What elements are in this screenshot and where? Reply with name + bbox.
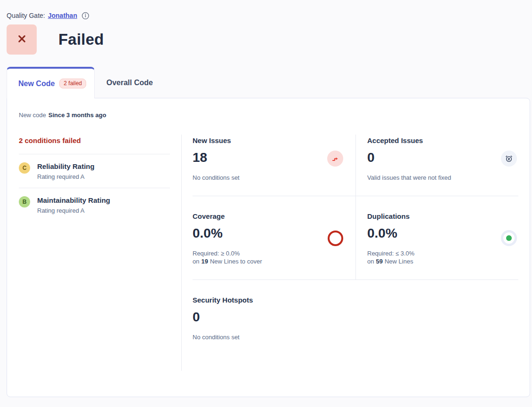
duplications-required-text: Required: ≤ 3.0% [367, 249, 414, 257]
duplication-density-icon [501, 230, 517, 246]
security-hotspots-value[interactable]: 0 [193, 310, 355, 325]
condition-requirement: Rating required A [37, 207, 110, 214]
duplications-title: Duplications [367, 212, 518, 220]
security-hotspots-note: No conditions set [193, 333, 355, 341]
accepted-issues-title: Accepted Issues [367, 136, 518, 144]
condition-title: Reliability Rating [37, 162, 95, 171]
new-code-period: New code Since 3 months ago [19, 112, 530, 119]
condition-maintainability-rating[interactable]: B Maintainability Rating Rating required… [19, 188, 170, 222]
tab-new-code[interactable]: New Code 2 failed [7, 67, 95, 98]
coverage-ring-icon [327, 230, 343, 246]
rating-badge-b: B [19, 196, 30, 207]
condition-title: Maintainability Rating [37, 196, 110, 205]
quality-gate-label: Quality Gate: [7, 12, 45, 19]
quality-gate-header: Quality Gate: Jonathan [0, 0, 532, 20]
measures-row-security: Security Hotspots 0 No conditions set [193, 280, 518, 355]
measures-grid: New Issues 18 No conditions set Accepted… [182, 135, 530, 371]
duplications-on-prefix: on [367, 257, 374, 265]
coverage-card: Coverage 0.0% Required: ≥ 0.0% on 19 New… [193, 196, 355, 279]
coverage-title: Coverage [193, 212, 355, 220]
tab-overall-code[interactable]: Overall Code [95, 67, 168, 98]
accepted-issues-note: Valid issues that were not fixed [367, 174, 518, 182]
failed-status-box [7, 24, 37, 55]
quality-gate-status: Failed [58, 31, 104, 48]
status-row: Failed [7, 24, 532, 55]
snooze-clock-icon [501, 151, 517, 167]
accepted-issues-value[interactable]: 0 [367, 150, 518, 165]
new-issues-card: New Issues 18 No conditions set [193, 135, 355, 196]
duplications-value[interactable]: 0.0% [367, 226, 518, 241]
rating-badge-c: C [19, 162, 30, 174]
coverage-required: Required: ≥ 0.0% [193, 249, 355, 257]
security-hotspots-title: Security Hotspots [193, 296, 355, 304]
info-icon[interactable] [81, 12, 89, 20]
quality-gate-line: Quality Gate: Jonathan [7, 11, 532, 20]
new-issues-title: New Issues [193, 136, 355, 144]
tab-new-code-label: New Code [18, 80, 55, 88]
quality-gate-name-link[interactable]: Jonathan [48, 12, 77, 19]
duplications-scope: on 59 New Lines [367, 257, 518, 265]
duplications-lines-count: 59 [376, 257, 382, 265]
measures-row-issues: New Issues 18 No conditions set Accepted… [193, 135, 518, 196]
code-tabs: New Code 2 failed Overall Code [7, 67, 532, 98]
duplications-required: Required: ≤ 3.0% [367, 249, 518, 257]
failed-conditions-column: 2 conditions failed C Reliability Rating… [19, 135, 182, 371]
condition-requirement: Rating required A [37, 173, 95, 180]
condition-reliability-rating[interactable]: C Reliability Rating Rating required A [19, 154, 170, 188]
accepted-issues-card: Accepted Issues 0 Valid issues that were… [355, 135, 518, 196]
quality-gate-panel: New code Since 3 months ago 2 conditions… [7, 98, 530, 397]
tab-overall-code-label: Overall Code [106, 79, 153, 87]
duplications-on-suffix: New Lines [385, 257, 413, 265]
empty-cell [355, 280, 518, 355]
coverage-on-suffix: New Lines to cover [210, 257, 262, 265]
coverage-required-text: Required: ≥ 0.0% [193, 249, 240, 257]
period-value: Since 3 months ago [48, 112, 106, 119]
conditions-failed-heading: 2 conditions failed [19, 136, 170, 144]
coverage-on-prefix: on [193, 257, 199, 265]
duplications-card: Duplications 0.0% Required: ≤ 3.0% on 59… [355, 196, 518, 279]
coverage-lines-count: 19 [201, 257, 208, 265]
new-issues-note: No conditions set [193, 174, 355, 182]
trend-up-icon [327, 151, 343, 167]
security-hotspots-card: Security Hotspots 0 No conditions set [193, 280, 355, 355]
measures-row-coverage-duplications: Coverage 0.0% Required: ≥ 0.0% on 19 New… [193, 196, 518, 280]
failed-x-icon [17, 34, 27, 46]
period-label: New code [19, 112, 46, 119]
coverage-scope: on 19 New Lines to cover [193, 257, 355, 265]
failed-count-badge: 2 failed [59, 79, 86, 88]
